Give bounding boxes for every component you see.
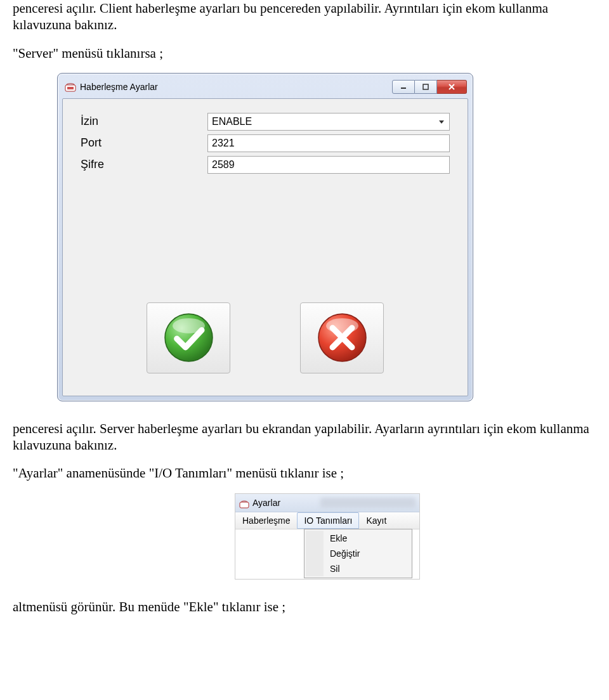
combo-izin[interactable]: ENABLE	[207, 113, 450, 131]
titlebar: Ayarlar	[235, 494, 419, 512]
ok-button[interactable]	[147, 302, 230, 373]
label-sifre: Şifre	[81, 158, 207, 171]
window-title: Ayarlar	[252, 498, 317, 508]
svg-rect-3	[423, 84, 428, 89]
menu-haberlesme[interactable]: Haberleşme	[235, 512, 297, 529]
input-port[interactable]: 2321	[207, 134, 450, 152]
minimize-button[interactable]	[392, 80, 415, 94]
label-izin: İzin	[81, 115, 207, 128]
window-ayarlar-menu: Ayarlar Haberleşme IO Tanımları Kayıt Ek…	[235, 493, 420, 580]
dropdown-item-ekle[interactable]: Ekle	[324, 531, 410, 546]
dropdown-item-sil[interactable]: Sil	[324, 561, 410, 576]
client-area: İzin ENABLE Port 2321 Şifre 2589	[62, 98, 468, 396]
svg-rect-1	[67, 87, 74, 89]
input-sifre[interactable]: 2589	[207, 156, 450, 174]
menu-strip: Haberleşme IO Tanımları Kayıt	[235, 512, 419, 529]
dialog-button-row	[63, 302, 468, 373]
label-port: Port	[81, 136, 207, 150]
body-paragraph-5: altmenüsü görünür. Bu menüde "Ekle" tıkl…	[13, 599, 596, 615]
cancel-button[interactable]	[300, 302, 384, 373]
window-controls	[392, 80, 467, 94]
body-paragraph-2: "Server" menüsü tıklanırsa ;	[13, 45, 596, 62]
maximize-button[interactable]	[415, 80, 437, 94]
field-row-port: Port 2321	[81, 134, 450, 152]
close-button[interactable]	[437, 80, 467, 94]
window-haberlesme-ayarlar: Haberleşme Ayarlar İzin ENABLE Port	[57, 73, 473, 401]
app-icon	[65, 81, 76, 93]
titlebar: Haberleşme Ayarlar	[62, 78, 468, 98]
dropdown-io-tanimlari: Ekle Değiştir Sil	[304, 529, 412, 578]
body-paragraph-4: "Ayarlar" anamenüsünde "I/O Tanımları" m…	[13, 465, 596, 481]
body-paragraph-3: penceresi açılır. Server haberleşme ayar…	[13, 420, 596, 454]
field-row-izin: İzin ENABLE	[81, 113, 450, 131]
app-icon	[239, 498, 249, 508]
menu-kayit[interactable]: Kayıt	[359, 512, 393, 529]
svg-rect-8	[240, 502, 249, 508]
menu-io-tanimlari[interactable]: IO Tanımları	[297, 512, 359, 529]
dropdown-item-degistir[interactable]: Değiştir	[324, 546, 410, 561]
title-blur	[320, 498, 416, 508]
field-row-sifre: Şifre 2589	[81, 156, 450, 174]
window-title: Haberleşme Ayarlar	[80, 82, 392, 92]
body-paragraph-1: penceresi açılır. Client haberleşme ayar…	[13, 0, 596, 34]
